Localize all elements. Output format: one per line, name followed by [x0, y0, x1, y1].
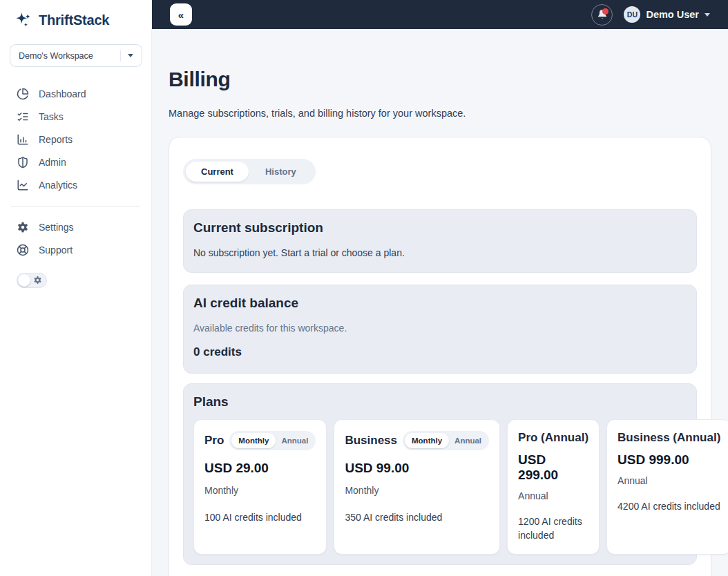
- plan-credits: 100 AI credits included: [204, 510, 316, 524]
- workspace-name: Demo's Workspace: [19, 51, 120, 61]
- plan-name: Business: [345, 434, 397, 448]
- gear-icon: [17, 221, 29, 233]
- billing-tabs: Current History: [183, 159, 316, 184]
- bar-chart-icon: [17, 133, 29, 146]
- sidebar-item-label: Dashboard: [39, 88, 86, 99]
- sidebar-item-support[interactable]: Support: [0, 238, 151, 261]
- main-content: Billing Manage subscriptions, trials, an…: [152, 29, 728, 576]
- sidebar-item-tasks[interactable]: Tasks: [0, 105, 151, 128]
- plan-price: USD 99.00: [345, 461, 489, 476]
- current-subscription-card: Current subscription No subscription yet…: [183, 209, 697, 273]
- chevron-down-icon: [128, 54, 133, 57]
- plan-interval: Monthly: [345, 485, 489, 496]
- topbar-actions: DU Demo User: [591, 4, 710, 26]
- avatar: DU: [624, 6, 640, 23]
- plan-card-business-annual[interactable]: Business (Annual) USD 999.00 Annual 4200…: [606, 419, 728, 555]
- plans-card: Plans Pro Monthly Annual USD 29.00 Month…: [183, 383, 697, 565]
- sidebar-item-label: Admin: [39, 157, 66, 168]
- plan-card-pro-annual[interactable]: Pro (Annual) USD 299.00 Annual 1200 AI c…: [507, 419, 600, 555]
- tab-history[interactable]: History: [249, 162, 313, 182]
- plan-grid: Pro Monthly Annual USD 29.00 Monthly 100…: [193, 419, 687, 555]
- plan-name: Business (Annual): [617, 431, 720, 445]
- plan-price: USD 299.00: [518, 452, 588, 483]
- life-buoy-icon: [17, 244, 29, 256]
- billing-interval-toggle: Monthly Annual: [403, 431, 489, 450]
- sidebar-item-label: Settings: [39, 222, 74, 233]
- toggle-knob: [18, 274, 30, 287]
- sidebar-footer-nav: Settings Support: [0, 215, 151, 261]
- user-menu[interactable]: DU Demo User: [624, 6, 710, 23]
- sidebar-item-admin[interactable]: Admin: [0, 151, 151, 173]
- divider: [120, 50, 121, 61]
- sidebar-item-settings[interactable]: Settings: [0, 215, 151, 238]
- plan-interval: Annual: [518, 490, 588, 501]
- monthly-option[interactable]: Monthly: [405, 433, 449, 448]
- tab-current[interactable]: Current: [186, 162, 249, 182]
- chevron-down-icon: [705, 13, 710, 17]
- sidebar-item-label: Analytics: [39, 180, 77, 191]
- sidebar-item-label: Reports: [39, 134, 73, 145]
- credit-balance-title: AI credit balance: [193, 296, 687, 311]
- credit-balance-card: AI credit balance Available credits for …: [183, 285, 697, 374]
- sidebar-item-reports[interactable]: Reports: [0, 128, 151, 151]
- billing-panel: Current History Current subscription No …: [169, 137, 711, 576]
- notification-dot: [602, 8, 609, 15]
- workspace-selector[interactable]: Demo's Workspace: [10, 44, 142, 67]
- list-checks-icon: [17, 111, 29, 123]
- sidebar-item-label: Support: [39, 244, 73, 256]
- brand: ThriftStack: [0, 0, 151, 30]
- current-subscription-body: No subscription yet. Start a trial or ch…: [193, 247, 687, 258]
- plan-credits: 4200 AI credits included: [617, 499, 720, 513]
- sidebar: ThriftStack Demo's Workspace Dashboard T…: [0, 0, 152, 576]
- sparkles-logo-icon: [14, 11, 32, 30]
- annual-option[interactable]: Annual: [449, 433, 487, 448]
- current-subscription-title: Current subscription: [193, 220, 687, 236]
- chart-pie-icon: [17, 88, 29, 100]
- annual-option[interactable]: Annual: [276, 433, 314, 448]
- line-chart-icon: [17, 179, 29, 191]
- divider: [11, 206, 140, 207]
- plan-price: USD 29.00: [204, 461, 316, 476]
- sidebar-item-dashboard[interactable]: Dashboard: [0, 82, 151, 105]
- topbar: « DU Demo User: [152, 0, 728, 29]
- sidebar-settings-toggle[interactable]: [17, 273, 47, 288]
- notifications-button[interactable]: [591, 4, 613, 26]
- page-subtitle: Manage subscriptions, trials, and billin…: [169, 108, 728, 119]
- plan-card-pro[interactable]: Pro Monthly Annual USD 29.00 Monthly 100…: [193, 419, 327, 555]
- brand-name: ThriftStack: [39, 12, 109, 28]
- plans-title: Plans: [193, 394, 687, 410]
- sidebar-item-label: Tasks: [39, 111, 64, 122]
- plan-price: USD 999.00: [617, 452, 720, 468]
- plan-interval: Monthly: [204, 485, 316, 496]
- gear-icon: [33, 276, 42, 285]
- plan-credits: 350 AI credits included: [345, 510, 489, 524]
- sidebar-collapse-button[interactable]: «: [170, 3, 192, 26]
- shield-icon: [17, 156, 29, 169]
- credit-balance-value: 0 credits: [193, 345, 687, 359]
- credit-balance-subtitle: Available credits for this workspace.: [193, 323, 687, 334]
- plan-name: Pro: [204, 434, 224, 448]
- user-name: Demo User: [646, 9, 699, 20]
- billing-interval-toggle: Monthly Annual: [229, 431, 316, 450]
- plan-name: Pro (Annual): [518, 431, 588, 445]
- plan-credits: 1200 AI credits included: [518, 515, 588, 543]
- plan-interval: Annual: [617, 475, 720, 486]
- monthly-option[interactable]: Monthly: [231, 433, 276, 448]
- sidebar-nav: Dashboard Tasks Reports Admin Analytics: [0, 82, 151, 196]
- sidebar-item-analytics[interactable]: Analytics: [0, 173, 151, 196]
- page-title: Billing: [169, 68, 728, 91]
- plan-card-business[interactable]: Business Monthly Annual USD 99.00 Monthl…: [334, 419, 500, 555]
